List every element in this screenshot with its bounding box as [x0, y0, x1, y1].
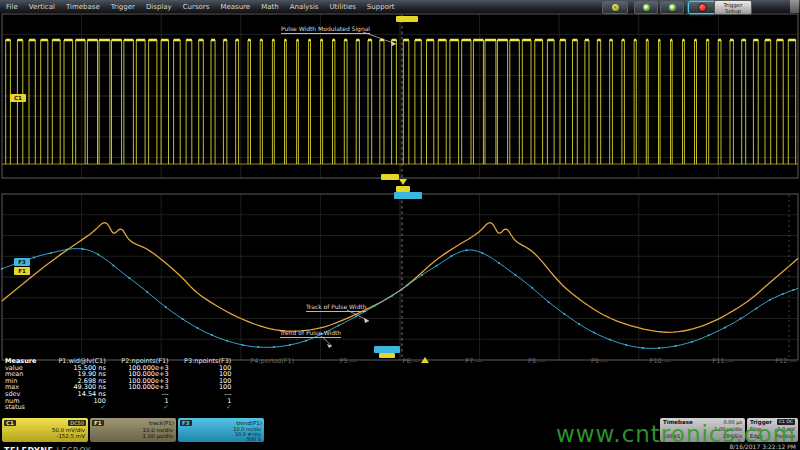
measure-min-p10: [611, 378, 674, 385]
measure-max-p4: [234, 384, 297, 391]
measure-num-p1: 100: [46, 398, 109, 405]
f3-zero-marker[interactable]: [394, 192, 422, 199]
measure-min-p4: [234, 378, 297, 385]
menu-item-display[interactable]: Display: [146, 3, 172, 11]
measure-mean-p8: [486, 371, 549, 378]
trigger-setup-button[interactable]: Trigger Setup: [714, 0, 752, 15]
measure-col-header-p3[interactable]: P3:npoints(F3): [172, 358, 235, 365]
menu-item-timebase[interactable]: Timebase: [66, 3, 100, 11]
watermark-text: www.cntronics.com: [556, 421, 796, 447]
measure-col-header-p6[interactable]: P6:---: [360, 358, 423, 365]
measure-status-p12: [737, 404, 800, 411]
measure-status-p5: [297, 404, 360, 411]
f3-readout-chip-bottom[interactable]: [374, 346, 400, 353]
measure-num-p10: [611, 398, 674, 405]
f1-hdiv: 1.00 μs/div: [90, 433, 176, 439]
measure-mean-p1: 19.90 ns: [46, 371, 109, 378]
measure-max-p3: 100: [172, 384, 235, 391]
f1-id-badge: F1: [92, 420, 104, 426]
measure-value-p5: [297, 365, 360, 372]
f1-trace-marker[interactable]: F1: [14, 267, 30, 275]
measure-value-p6: [360, 365, 423, 372]
measure-min-p6: [360, 378, 423, 385]
measure-value-p3: 100: [172, 365, 235, 372]
menu-item-utilities[interactable]: Utilities: [330, 3, 356, 11]
channel-descriptor-f3[interactable]: F3 trend(P1) 10.0 ns/div 10.0 #/div 500 …: [178, 418, 264, 442]
measure-row-label-value: value: [0, 365, 46, 372]
measure-num-p2: 1: [109, 398, 172, 405]
measure-col-header-p8[interactable]: P8:---: [486, 358, 549, 365]
measure-max-p9: [548, 384, 611, 391]
measure-num-p6: [360, 398, 423, 405]
measure-col-header-p5[interactable]: P5:---: [297, 358, 360, 365]
menu-item-vertical[interactable]: Vertical: [29, 3, 55, 11]
measure-min-p5: [297, 378, 360, 385]
stop-record-icon: [698, 3, 707, 12]
measure-row-label-sdev: sdev: [0, 391, 46, 398]
measure-num-p11: [674, 398, 737, 405]
toolbar-button-recall[interactable]: ▼: [660, 1, 684, 14]
window-control-strip[interactable]: [790, 0, 799, 13]
measure-col-header-p12[interactable]: P12:---: [737, 358, 800, 365]
measure-value-p1: 15.500 ns: [46, 365, 109, 372]
measure-max-p7: [423, 384, 486, 391]
measure-status-p7: [423, 404, 486, 411]
annotation-trend: Trend of Pulse Width: [280, 329, 341, 338]
measure-num-p3: 1: [172, 398, 235, 405]
measure-mean-p6: [360, 371, 423, 378]
grid-bottom: [2, 194, 798, 360]
measure-col-header-p11[interactable]: P11:---: [674, 358, 737, 365]
measure-max-p11: [674, 384, 737, 391]
channel-descriptor-f1[interactable]: F1 track(P1) 10.0 ns/div 1.00 μs/div: [90, 418, 176, 442]
measure-sdev-p5: [297, 391, 360, 398]
measure-row-label-status: status: [0, 404, 46, 411]
measure-max-p2: 100.000e+3: [109, 384, 172, 391]
time-readout-chip-grid1[interactable]: [381, 174, 399, 180]
measure-col-header-p1[interactable]: P1:wid@lv(C1): [46, 358, 109, 365]
menu-item-math[interactable]: Math: [261, 3, 279, 11]
c1-trace-marker[interactable]: C1: [10, 94, 26, 102]
measure-sdev-p3: ---: [172, 391, 235, 398]
measure-sdev-p2: ---: [109, 391, 172, 398]
measure-col-header-p10[interactable]: P10:---: [611, 358, 674, 365]
measure-col-header-p7[interactable]: P7:---: [423, 358, 486, 365]
menu-item-measure[interactable]: Measure: [220, 3, 250, 11]
measure-num-p5: [297, 398, 360, 405]
measure-mean-p4: [234, 371, 297, 378]
measure-max-p10: [611, 384, 674, 391]
menu-item-support[interactable]: Support: [367, 3, 395, 11]
f3-trace-marker[interactable]: F3: [14, 258, 30, 266]
annotation-pwm: Pulse Width Modulated Signal: [281, 25, 370, 34]
measure-value-p12: [737, 365, 800, 372]
measure-sdev-p10: [611, 391, 674, 398]
toolbar-button-save[interactable]: ▼: [634, 1, 658, 14]
measure-mean-p10: [611, 371, 674, 378]
menu-item-analysis[interactable]: Analysis: [290, 3, 319, 11]
menu-item-file[interactable]: File: [6, 3, 18, 11]
measure-value-p7: [423, 365, 486, 372]
toolbar-button-stop[interactable]: [688, 1, 716, 14]
measure-sdev-p12: [737, 391, 800, 398]
measure-status-p6: [360, 404, 423, 411]
toolbar-button-status[interactable]: ✕: [602, 1, 628, 14]
measure-status-p11: [674, 404, 737, 411]
measure-value-p11: [674, 365, 737, 372]
measure-mean-p2: 100.000e+3: [109, 371, 172, 378]
measure-col-header-p2[interactable]: P2:npoints(F1): [109, 358, 172, 365]
measure-row-label-max: max: [0, 384, 46, 391]
f1-readout-chip-bottom[interactable]: [379, 353, 395, 358]
measure-value-p9: [548, 365, 611, 372]
menu-item-trigger[interactable]: Trigger: [111, 3, 135, 11]
measure-col-header-p4[interactable]: P4:period(F1): [234, 358, 297, 365]
measure-mean-p7: [423, 371, 486, 378]
measure-sdev-p11: [674, 391, 737, 398]
measure-sdev-p9: [548, 391, 611, 398]
menu-item-cursors[interactable]: Cursors: [183, 3, 210, 11]
measure-min-p9: [548, 378, 611, 385]
measure-table: MeasureP1:wid@lv(C1)P2:npoints(F1)P3:npo…: [0, 358, 800, 411]
measure-max-p12: [737, 384, 800, 391]
measure-col-header-p9[interactable]: P9:---: [548, 358, 611, 365]
measure-status-p3: ✓: [172, 404, 235, 411]
measure-min-p8: [486, 378, 549, 385]
trigger-time-marker-top[interactable]: [396, 16, 418, 22]
